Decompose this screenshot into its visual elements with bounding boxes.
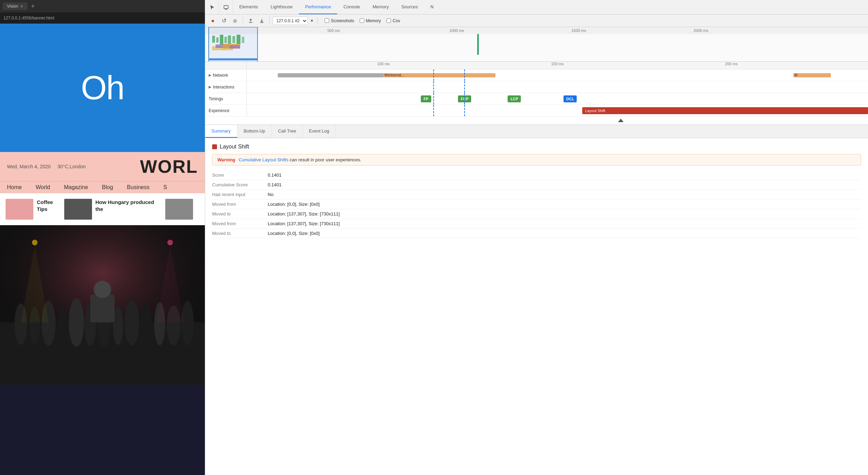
cursor-icon[interactable] [205,0,219,14]
tab-event-log[interactable]: Event Log [303,125,336,138]
layout-shift-title: Layout Shift [212,144,861,150]
dashed-line-1 [433,69,434,81]
timeline-overview[interactable]: 500 ms 1000 ms 1500 ms 2000 ms [205,27,868,62]
article-1-thumb [6,199,33,220]
interactions-label: Interactions [213,85,234,90]
nav-magazine[interactable]: Magazine [64,184,88,190]
network-track-label[interactable]: ▶ Network [205,69,247,81]
timings-track: Timings FP FCP LCP DCL [205,93,868,105]
layout-shift-color-indicator [212,144,217,149]
interactions-track: ▶ Interactions [205,81,868,93]
detail-panel: Layout Shift Warning Cumulative Layout S… [205,138,868,475]
tab-lighthouse[interactable]: Lighthouse [264,0,299,14]
moved-to-2-row: Moved to Location: [0,0], Size: [0x0] [212,229,861,238]
nav-more[interactable]: S [164,184,167,190]
interactions-track-label[interactable]: ▶ Interactions [205,81,247,93]
coverage-checkbox[interactable] [386,18,391,23]
svg-rect-23 [225,9,227,10]
memory-checkbox-label[interactable]: Memory [360,18,381,23]
svg-point-12 [140,304,152,346]
time-100ms: 100 ms [377,62,390,66]
network-track-content: Montserrat... M [247,69,868,81]
nav-blog[interactable]: Blog [102,184,113,190]
tab-memory[interactable]: Memory [366,0,395,14]
device-icon[interactable] [219,0,233,14]
dcl-pill[interactable]: DCL [564,95,577,102]
nav-business[interactable]: Business [127,184,150,190]
network-bar-montserrat[interactable]: Montserrat... [384,73,495,77]
date-weather: Wed, March 4, 2020 30°C,London [7,164,86,169]
dashed-line-6 [464,93,465,104]
call-tree-tab-label: Call Tree [278,128,296,134]
date-text: Wed, March 4, 2020 [7,164,51,169]
svg-point-15 [181,300,194,346]
svg-text:1000 ms: 1000 ms [449,28,464,33]
screenshots-checkbox[interactable] [325,18,329,23]
tab-call-tree[interactable]: Call Tree [272,125,303,138]
screenshots-checkbox-label[interactable]: Screenshots [325,18,354,23]
article-1-title: CoffeeTips [37,199,53,212]
tab-performance[interactable]: Performance [299,0,337,14]
tab-close-icon[interactable]: ✕ [20,4,23,9]
network-chevron: ▶ [209,73,211,77]
moved-from-1-row: Moved from Location: [0,0], Size: [0x0] [212,200,861,209]
dashed-line-7 [433,105,434,116]
tab-sources[interactable]: Sources [395,0,424,14]
fp-pill[interactable]: FP [421,95,431,102]
coverage-label: Cov [393,18,400,23]
news-header: Wed, March 4, 2020 30°C,London WORL [0,152,205,181]
tab-elements[interactable]: Elements [233,0,264,14]
concert-background [0,225,205,385]
dashed-line-3 [433,81,434,93]
separator-2 [269,17,270,24]
nav-bar: Home World Magazine Blog Business S [0,181,205,193]
network-bar-gray [278,73,383,77]
address-text: 127.0.0.1:4556/banner.html [3,16,54,20]
memory-label: Memory [366,18,381,23]
summary-tab-label: Summary [211,128,231,134]
time-150ms: 150 ms [551,62,564,66]
record-button[interactable]: ● [208,16,218,26]
experience-track-label: Experience [205,105,247,116]
event-log-tab-label: Event Log [309,128,329,134]
new-tab-button[interactable]: + [29,3,37,10]
svg-rect-22 [224,6,228,9]
page-content: Oh Wed, March 4, 2020 30°C,London WORL H… [0,24,205,475]
browser-tab[interactable]: Vision ✕ [3,2,27,10]
tab-console[interactable]: Console [337,0,366,14]
reload-profile-button[interactable]: ↺ [219,16,229,26]
clear-button[interactable]: ⊘ [230,16,240,26]
warning-text: can result in poor user experiences. [290,157,361,162]
network-bar-m[interactable]: M [793,73,831,77]
download-button[interactable] [257,16,267,26]
lcp-pill[interactable]: LCP [508,95,521,102]
svg-marker-46 [618,119,624,122]
svg-point-17 [94,281,111,298]
memory-checkbox[interactable] [360,18,364,23]
coverage-checkbox-label[interactable]: Cov [386,18,400,23]
score-label: Score [212,172,268,178]
svg-point-19 [167,240,173,245]
warning-link[interactable]: Cumulative Layout Shifts [239,157,289,162]
timings-track-content: FP FCP LCP DCL [247,93,868,104]
tab-summary[interactable]: Summary [205,125,237,138]
warning-banner: Warning Cumulative Layout Shifts can res… [212,154,861,166]
svg-rect-24 [226,8,227,9]
devtools-nav: Elements Lighthouse Performance Console … [205,0,868,15]
hero-section: Oh [0,24,205,152]
tab-more[interactable]: N [424,0,440,14]
svg-rect-16 [90,295,115,322]
svg-rect-44 [209,58,258,60]
nav-world[interactable]: World [36,184,50,190]
timings-track-label: Timings [205,93,247,104]
profile-selector[interactable]: 127.0.0.1 #2 [273,17,308,25]
svg-rect-43 [209,27,258,62]
moved-from-2-label: Moved from [212,221,268,226]
nav-home[interactable]: Home [7,184,22,190]
upload-button[interactable] [246,16,256,26]
article-1: CoffeeTips [0,199,59,220]
svg-rect-26 [205,27,868,34]
tab-bottom-up[interactable]: Bottom-Up [237,125,272,138]
layout-shift-bar[interactable]: Layout Shift [582,107,868,114]
profile-dropdown-icon[interactable]: ▾ [309,18,315,24]
